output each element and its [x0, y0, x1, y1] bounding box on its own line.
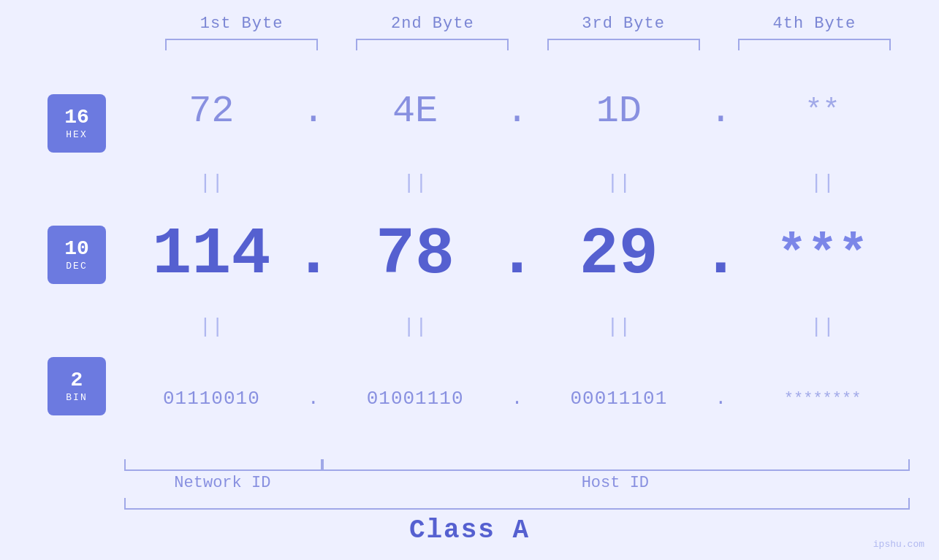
- bin-val-2: 01001110: [328, 388, 503, 410]
- bracket-top-3: [547, 39, 700, 50]
- main-container: 1st Byte 2nd Byte 3rd Byte 4th Byte 16 H…: [0, 0, 939, 560]
- dec-badge: 10 DEC: [47, 226, 106, 284]
- hex-dot-2: .: [503, 90, 532, 133]
- bracket-top-2: [356, 39, 509, 50]
- eq1-3: ||: [532, 172, 707, 194]
- eq1-1: ||: [124, 172, 299, 194]
- bracket-host: [322, 459, 910, 471]
- badges-column: 16 HEX 10 DEC 2 BIN: [29, 50, 124, 459]
- dec-badge-label: DEC: [66, 261, 87, 272]
- byte-label-2: 2nd Byte: [391, 15, 474, 33]
- eq1-2: ||: [328, 172, 503, 194]
- hex-dot-3: .: [706, 90, 735, 133]
- byte-col-4: 4th Byte: [719, 15, 910, 50]
- eq2-3: ||: [532, 315, 707, 338]
- bin-row: 01110010 . 01001110 . 00011101 .: [124, 338, 910, 459]
- hex-badge: 16 HEX: [47, 94, 106, 153]
- bottom-section: Network ID Host ID Class A: [29, 459, 910, 545]
- dec-dot-2: .: [503, 218, 532, 292]
- byte-col-1: 1st Byte: [146, 15, 337, 50]
- bin-dot-2: .: [503, 388, 532, 410]
- hex-val-2: 4E: [328, 90, 503, 133]
- hex-val-1: 72: [124, 90, 299, 133]
- hex-row: 72 . 4E . 1D . **: [124, 50, 910, 172]
- byte-label-3: 3rd Byte: [582, 15, 665, 33]
- hex-dot-1: .: [299, 90, 328, 133]
- dec-row: 114 . 78 . 29 . ***: [124, 194, 910, 315]
- byte-label-1: 1st Byte: [200, 15, 284, 33]
- bin-val-4: ********: [735, 390, 910, 408]
- bracket-network: [124, 459, 322, 471]
- bin-badge-number: 2: [71, 370, 83, 391]
- bracket-bottom-row: [124, 459, 910, 471]
- watermark: ipshu.com: [873, 539, 924, 550]
- bin-dot-3: .: [706, 388, 735, 410]
- dec-val-4: ***: [735, 226, 910, 284]
- byte-label-4: 4th Byte: [773, 15, 856, 33]
- eq2-2: ||: [328, 315, 503, 338]
- eq1-4: ||: [735, 172, 910, 194]
- class-label: Class A: [409, 515, 530, 545]
- byte-col-2: 2nd Byte: [337, 15, 528, 50]
- bin-dot-1: .: [299, 388, 328, 410]
- dec-dot-1: .: [299, 218, 328, 292]
- network-id-label: Network ID: [124, 474, 321, 492]
- equals-row-2: || || || ||: [124, 315, 910, 338]
- bracket-top-4: [738, 39, 891, 50]
- bin-val-3: 00011101: [532, 388, 707, 410]
- bin-badge: 2 BIN: [47, 357, 106, 415]
- bracket-top-1: [165, 39, 318, 50]
- outer-bracket: [124, 498, 910, 510]
- bin-badge-label: BIN: [66, 392, 87, 403]
- dec-badge-number: 10: [64, 239, 89, 259]
- bin-val-1: 01110010: [124, 388, 299, 410]
- hex-val-3: 1D: [532, 90, 707, 133]
- dec-val-3: 29: [532, 218, 707, 292]
- hex-badge-label: HEX: [66, 129, 87, 140]
- equals-row-1: || || || ||: [124, 172, 910, 194]
- eq2-1: ||: [124, 315, 299, 338]
- dec-val-2: 78: [328, 218, 503, 292]
- values-area: 72 . 4E . 1D . **: [124, 50, 910, 459]
- byte-col-3: 3rd Byte: [528, 15, 719, 50]
- main-content: 16 HEX 10 DEC 2 BIN 72 .: [29, 50, 910, 459]
- host-id-label: Host ID: [321, 474, 910, 492]
- byte-headers: 1st Byte 2nd Byte 3rd Byte 4th Byte: [29, 15, 910, 50]
- dec-val-1: 114: [124, 218, 299, 292]
- hex-val-4: **: [735, 95, 910, 128]
- labels-row: Network ID Host ID: [124, 474, 910, 492]
- eq2-4: ||: [735, 315, 910, 338]
- hex-badge-number: 16: [64, 107, 89, 128]
- dec-dot-3: .: [706, 218, 735, 292]
